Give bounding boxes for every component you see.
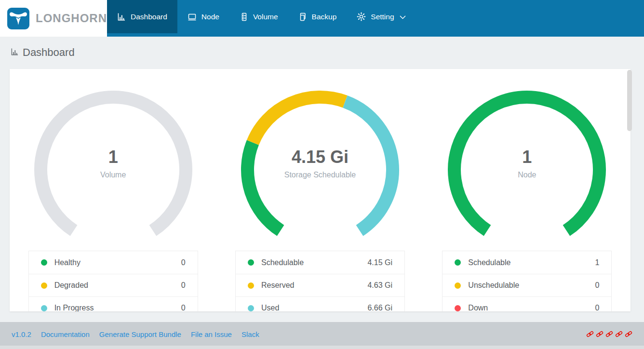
top-nav-bar: LONGHORN Dashboard Node bbox=[0, 0, 644, 37]
legend-dot bbox=[455, 305, 461, 311]
vertical-scrollbar-thumb[interactable] bbox=[627, 70, 632, 131]
legend-value: 0 bbox=[181, 281, 186, 290]
broken-link-icon bbox=[605, 331, 613, 337]
legend-label: Degraded bbox=[54, 281, 88, 290]
nav-label: Volume bbox=[253, 13, 278, 21]
legend-row: Schedulable4.15 Gi bbox=[236, 251, 404, 274]
legend-label: Used bbox=[261, 304, 279, 311]
legend-dot bbox=[455, 282, 461, 289]
legend-row: Reserved4.63 Gi bbox=[236, 274, 404, 296]
legend-dot bbox=[41, 259, 47, 266]
legend-value: 0 bbox=[595, 281, 599, 290]
storage-panel: 4.15 Gi Storage Schedulable Schedulable4… bbox=[216, 88, 423, 311]
legend-label: Schedulable bbox=[261, 258, 304, 267]
legend-value: 6.66 Gi bbox=[367, 304, 392, 311]
node-gauge-label: Node bbox=[445, 171, 609, 179]
legend-row: In Progress0 bbox=[29, 296, 198, 311]
legend-value: 1 bbox=[595, 258, 599, 267]
legend-row: Degraded0 bbox=[29, 274, 198, 296]
logo[interactable]: LONGHORN bbox=[0, 0, 107, 37]
legend-dot bbox=[248, 305, 254, 311]
brand-name: LONGHORN bbox=[36, 12, 107, 25]
broken-link-icon bbox=[596, 331, 604, 337]
bar-chart-icon bbox=[11, 48, 19, 58]
nav-item-setting[interactable]: Setting bbox=[347, 0, 416, 33]
generate-support-bundle-link[interactable]: Generate Support Bundle bbox=[99, 330, 181, 338]
node-icon bbox=[188, 13, 197, 21]
legend-value: 4.15 Gi bbox=[367, 258, 392, 267]
node-legend: Schedulable1Unschedulable0Down0 bbox=[442, 251, 612, 311]
nav-item-dashboard[interactable]: Dashboard bbox=[107, 0, 177, 33]
legend-value: 0 bbox=[181, 304, 186, 311]
storage-schedulable-value: 4.15 Gi bbox=[238, 147, 402, 167]
volume-gauge-label: Volume bbox=[31, 171, 195, 179]
volume-gauge-chart: 1 Volume bbox=[31, 88, 195, 250]
storage-gauge-label: Storage Schedulable bbox=[238, 171, 402, 179]
longhorn-bull-icon bbox=[7, 8, 29, 29]
nav-label: Backup bbox=[312, 13, 337, 21]
legend-row: Used6.66 Gi bbox=[236, 296, 404, 311]
legend-row: Healthy0 bbox=[29, 251, 198, 274]
slack-link[interactable]: Slack bbox=[242, 330, 259, 338]
broken-link-icons bbox=[586, 331, 632, 337]
volume-legend: Healthy0Degraded0In Progress0 bbox=[28, 251, 198, 311]
legend-label: Healthy bbox=[54, 258, 80, 267]
volume-icon bbox=[240, 13, 248, 21]
breadcrumb: Dashboard bbox=[11, 46, 75, 59]
legend-dot bbox=[248, 259, 254, 266]
nav-item-volume[interactable]: Volume bbox=[229, 0, 288, 33]
legend-row: Unschedulable0 bbox=[443, 274, 611, 296]
legend-row: Schedulable1 bbox=[443, 251, 611, 274]
file-an-issue-link[interactable]: File an Issue bbox=[191, 330, 232, 338]
dashboard-card: 1 Volume Healthy0Degraded0In Progress0 4… bbox=[10, 69, 631, 311]
chevron-down-icon bbox=[400, 15, 406, 19]
legend-value: 4.63 Gi bbox=[367, 281, 392, 290]
legend-label: In Progress bbox=[54, 304, 94, 311]
main-nav: Dashboard Node V bbox=[107, 0, 644, 37]
legend-label: Down bbox=[468, 304, 488, 311]
version-label: v1.0.2 bbox=[12, 330, 31, 338]
bar-chart-icon bbox=[117, 13, 126, 21]
documentation-link[interactable]: Documentation bbox=[41, 330, 90, 338]
nav-label: Dashboard bbox=[131, 13, 167, 21]
legend-dot bbox=[41, 282, 47, 289]
legend-label: Reserved bbox=[261, 281, 294, 290]
nav-label: Setting bbox=[371, 13, 394, 21]
legend-row: Down0 bbox=[443, 296, 611, 311]
legend-label: Schedulable bbox=[468, 258, 510, 267]
gear-icon bbox=[357, 12, 366, 21]
node-panel: 1 Node Schedulable1Unschedulable0Down0 bbox=[424, 88, 631, 311]
broken-link-icon bbox=[615, 331, 623, 337]
broken-link-icon bbox=[586, 331, 594, 337]
legend-value: 0 bbox=[595, 304, 599, 311]
legend-label: Unschedulable bbox=[468, 281, 519, 290]
nav-label: Node bbox=[201, 13, 219, 21]
node-gauge-chart: 1 Node bbox=[445, 88, 609, 250]
legend-dot bbox=[41, 305, 47, 311]
legend-dot bbox=[248, 282, 254, 289]
legend-value: 0 bbox=[181, 258, 186, 267]
backup-icon bbox=[298, 13, 307, 21]
nav-item-node[interactable]: Node bbox=[177, 0, 229, 33]
volume-panel: 1 Volume Healthy0Degraded0In Progress0 bbox=[10, 88, 216, 311]
storage-gauge-chart: 4.15 Gi Storage Schedulable bbox=[238, 88, 402, 250]
node-count: 1 bbox=[445, 147, 609, 167]
storage-legend: Schedulable4.15 GiReserved4.63 GiUsed6.6… bbox=[235, 251, 405, 311]
volume-count: 1 bbox=[31, 147, 195, 167]
nav-item-backup[interactable]: Backup bbox=[288, 0, 347, 33]
broken-link-icon bbox=[625, 331, 632, 337]
footer: v1.0.2 Documentation Generate Support Bu… bbox=[0, 322, 644, 349]
legend-dot bbox=[455, 259, 461, 266]
page-title: Dashboard bbox=[23, 46, 75, 59]
